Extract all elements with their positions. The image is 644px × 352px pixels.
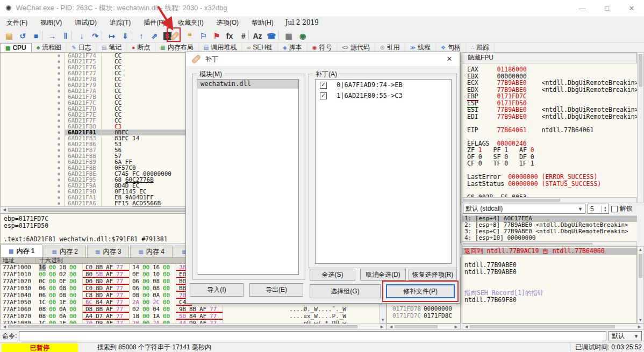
menu-item-7[interactable]: 帮助(H) (245, 17, 280, 29)
registers-pane[interactable]: EAX 01186000EBX 00000000ECX 77B9ABE0 <nt… (462, 63, 637, 197)
stack-info-line[interactable]: 返回到 ntdll.77B9AC19 自 ntdll.77B64060 (462, 248, 636, 255)
dump-tab-2[interactable]: ▦内存 2 (44, 246, 85, 257)
step-out-icon[interactable]: ↑ (135, 30, 147, 42)
restart-icon[interactable]: ↺ (17, 30, 28, 42)
tab-notes[interactable]: ▤笔记 (97, 43, 127, 52)
label-icon[interactable]: ⚐ (197, 30, 209, 42)
menu-item-1[interactable]: 视图(V) (34, 17, 68, 29)
tab-source[interactable]: <>源代码 (337, 43, 375, 52)
comment-icon[interactable]: ❝ (184, 30, 196, 42)
stack-info-vscrollbar[interactable]: ▴ ▾ (637, 246, 644, 324)
stack-info-line[interactable]: ntdll.77B9ABE0 (462, 269, 636, 276)
dump-address: 77AF1000 (1, 264, 36, 271)
stack-row[interactable]: 0171FD7C0171FD8C (387, 313, 452, 319)
command-profile-dropdown[interactable]: 默认 ▼ (609, 331, 642, 341)
dump-hscrollbar[interactable]: ◄ ► (0, 324, 387, 330)
skip-down-icon[interactable]: ⇓ (119, 30, 131, 42)
register-line[interactable]: EDI 77B9ABE0 <ntdll.DbgUiRemoteBreakin> (467, 113, 637, 120)
arguments-hscrollbar[interactable] (462, 241, 637, 246)
tab-trace[interactable]: ∴跟踪 (466, 43, 495, 52)
tab-threads[interactable]: ≫线程 (405, 43, 436, 52)
menu-item-2[interactable]: 调试(D) (68, 17, 103, 29)
patch-list-item[interactable]: 1|6AD21F80:55->C3 (316, 90, 451, 101)
stack-info-line[interactable]: ntdll.77B69F80 (462, 297, 636, 304)
register-line[interactable]: EIP 77B64061 ntdll.77B64061 (467, 127, 637, 134)
dialog-close-button[interactable]: ✕ (443, 55, 455, 63)
pause-icon[interactable]: ‖ (60, 30, 71, 42)
dump-row[interactable]: 77AF10801C001E0070D9AF7728002A0044D9AF77… (1, 320, 380, 324)
arguments-pane[interactable]: 1: [esp+4] A0C17EEA2: [esp+8] 77B9ABE0 <… (462, 214, 637, 241)
registers-hscrollbar[interactable] (462, 197, 637, 203)
argument-line[interactable]: 4: [esp+10] 00000000 (462, 235, 637, 241)
patch-checkbox[interactable] (320, 92, 327, 99)
strings-icon[interactable]: Az (252, 30, 263, 42)
hash-icon[interactable]: # (238, 30, 249, 42)
tab-seh[interactable]: ∞SEH链 (242, 43, 278, 52)
stack-hscrollbar[interactable]: ◄ ► (387, 324, 461, 330)
menu-item-6[interactable]: 选项(O) (210, 17, 245, 29)
unlock-checkbox[interactable] (611, 206, 618, 212)
arg-count-stepper[interactable]: 5 ▲▼ (588, 204, 609, 214)
dump-tab-1[interactable]: ▦内存 1 (1, 245, 42, 257)
minimize-button[interactable]: — (570, 0, 595, 16)
calling-convention-select[interactable]: 默认 (stdcall) ▼ (463, 204, 585, 214)
function-icon[interactable]: fx (224, 30, 235, 42)
tab-log[interactable]: ✎日志 (67, 43, 96, 52)
close-button[interactable]: ✕ (619, 0, 644, 16)
tab-breakpoints[interactable]: ●断点 (127, 43, 155, 52)
dump-byte-group: 00000200 (36, 271, 83, 278)
menu-item-3[interactable]: 追踪(T) (103, 17, 137, 29)
select-all-button[interactable]: 全选(S) (310, 269, 355, 281)
calculator-icon[interactable]: ▦ (283, 30, 295, 42)
stack-info-pane[interactable]: 返回到 ntdll.77B9AC19 自 ntdll.77B64060 ntdl… (462, 246, 637, 324)
dump-byte: 00 (142, 313, 150, 320)
stack-row[interactable]: 0171FD7800000000 (387, 306, 452, 312)
menu-item-0[interactable]: 文件(F) (0, 17, 34, 29)
command-input[interactable] (19, 331, 606, 341)
module-list-item[interactable]: wechatwin.dll (197, 80, 298, 89)
dump-tab-3[interactable]: ▦内存 3 (87, 246, 129, 257)
patch-list[interactable]: 0|6A7F1AD9:74->EB1|6AD21F80:55->C3 (315, 79, 452, 264)
tab-symbols[interactable]: ◉符号 (307, 43, 338, 52)
patch-list-item[interactable]: 0|6A7F1AD9:74->EB (316, 80, 451, 90)
globe-icon[interactable]: ◉ (297, 30, 309, 42)
stack-info-line[interactable] (462, 276, 636, 283)
import-button[interactable]: 导入(I) (190, 283, 244, 297)
deselect-all-button[interactable]: 取消全选(D) (360, 269, 406, 281)
dump-tab-4[interactable]: ▦内存 4 (130, 246, 172, 257)
dump-byte: 8D (96, 285, 103, 292)
open-file-icon[interactable]: ▤ (3, 30, 15, 42)
tab-memory-map[interactable]: ▦内存布局 (155, 43, 198, 52)
dump-row[interactable]: 77AF107008000A00A4D7AF7718001A005084AF77… (1, 313, 380, 320)
stack-info-hscrollbar[interactable]: ◄ ► (462, 324, 644, 330)
tab-references[interactable]: ⊙引用 (375, 43, 405, 52)
register-line[interactable]: LastStatus 00000000 (STATUS_SUCCESS) (467, 181, 637, 188)
patch-dialog-titlebar[interactable]: 补丁 ✕ (186, 52, 460, 66)
registers-vscrollbar[interactable] (637, 52, 644, 203)
text-seg: ntdll.77B69F80 (464, 296, 517, 304)
export-button[interactable]: 导出(E) (249, 283, 303, 297)
tab-cpu[interactable]: ▦CPU (0, 43, 32, 52)
bookmark-icon[interactable]: ⚑ (211, 30, 223, 42)
patch-checkbox[interactable] (320, 82, 327, 89)
run-to-user-code-icon[interactable]: ⇗ (148, 30, 160, 42)
stop-icon[interactable]: ■ (30, 30, 42, 42)
run-till-return-icon[interactable]: ↦ (106, 30, 118, 42)
phone-trace-icon[interactable]: ☎ (266, 30, 277, 42)
restore-selection-button[interactable]: 恢复选择项(R) (409, 269, 457, 281)
maximize-button[interactable]: □ (595, 0, 619, 16)
step-over-icon[interactable]: ↷ (89, 30, 101, 42)
tab-handles[interactable]: ❖句柄 (436, 43, 466, 52)
run-icon[interactable]: → (46, 30, 58, 42)
dump-byte: 77 (210, 313, 217, 320)
select-group-button[interactable]: 选择组(G) (310, 284, 381, 298)
hide-fpu-header[interactable]: 隐藏FPU (462, 52, 637, 63)
tab-graph[interactable]: ♣流程图 (32, 43, 67, 52)
tab-script[interactable]: ◈脚本 (278, 43, 307, 52)
register-line[interactable]: CF 0 TF 0 IF 1 (467, 160, 637, 167)
tab-call-stack[interactable]: ▤调用堆栈 (199, 43, 242, 52)
dump-row[interactable]: 77AF106008000A00D88BAF7702000400988BAF77… (1, 306, 380, 313)
stepper-buttons[interactable]: ▲▼ (602, 206, 609, 212)
module-list[interactable]: wechatwin.dll (197, 79, 299, 275)
step-into-icon[interactable]: ↓ (76, 30, 88, 42)
